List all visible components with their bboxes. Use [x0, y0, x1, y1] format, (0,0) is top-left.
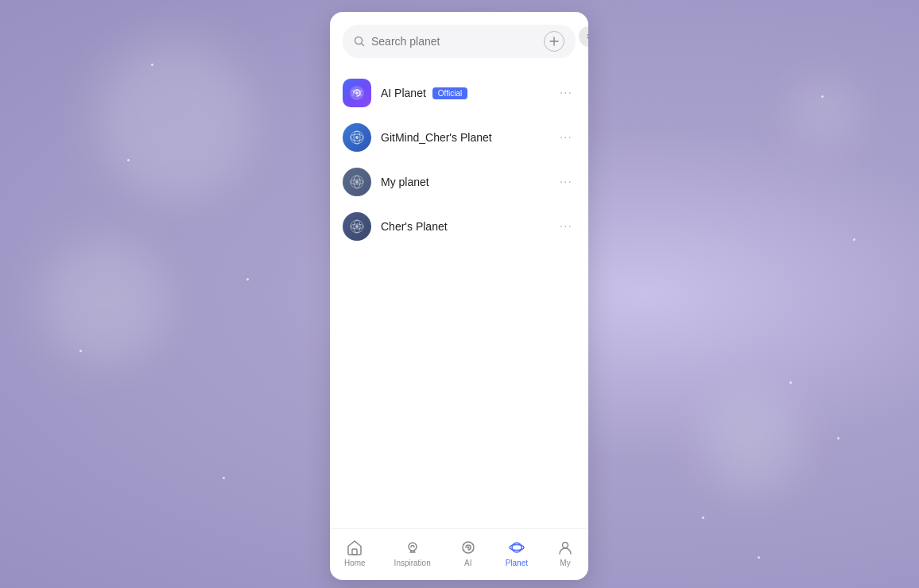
star: [821, 95, 824, 98]
nav-item-home[interactable]: Home: [335, 536, 375, 571]
search-icon: [354, 36, 365, 47]
bg-blob-2: [40, 238, 167, 366]
bg-blob-1: [95, 40, 254, 199]
nav-item-planet[interactable]: Planet: [496, 536, 537, 571]
svg-point-21: [467, 547, 469, 549]
nav-label-inspiration: Inspiration: [394, 559, 431, 567]
nav-label-home: Home: [344, 559, 366, 567]
planet-info-chers: Cher's Planet: [381, 220, 547, 233]
star: [246, 278, 249, 280]
more-options-chers[interactable]: ···: [556, 216, 576, 237]
avatar-my-planet: [343, 168, 371, 196]
planet-info-ai: AI Planet Official: [381, 87, 547, 99]
star: [127, 159, 130, 161]
panel-header: [330, 12, 588, 68]
star: [789, 381, 792, 384]
nav-item-my[interactable]: My: [547, 536, 584, 571]
planet-info-myplanet: My planet: [381, 176, 547, 188]
add-planet-button[interactable]: [544, 31, 564, 52]
planet-item-chers[interactable]: Cher's Planet ···: [330, 204, 588, 249]
star: [837, 437, 840, 439]
planet-name-ai: AI Planet: [381, 87, 426, 99]
star: [853, 238, 855, 241]
star: [151, 64, 153, 66]
svg-point-13: [355, 180, 359, 184]
star: [79, 350, 82, 352]
inspiration-icon: [404, 539, 421, 556]
bottom-nav: Home Inspiration: [330, 528, 588, 580]
home-icon: [346, 539, 363, 556]
svg-point-24: [562, 543, 568, 548]
nav-item-ai[interactable]: AI: [450, 536, 487, 571]
planet-list: AI Planet Official ··· GitMind_Cher's Pl…: [330, 68, 588, 528]
planet-panel: × ▶: [330, 12, 588, 580]
star: [223, 477, 225, 479]
star: [702, 516, 704, 519]
svg-point-9: [355, 136, 359, 139]
more-options-gitmind[interactable]: ···: [556, 127, 576, 148]
svg-point-17: [355, 225, 359, 228]
svg-point-5: [355, 91, 359, 95]
nav-label-ai: AI: [464, 559, 471, 567]
planet-item-ai[interactable]: AI Planet Official ···: [330, 71, 588, 115]
avatar-gitmind-planet: [343, 123, 371, 152]
bg-blob-4: [792, 79, 855, 143]
ai-icon: [460, 539, 477, 556]
my-icon: [556, 539, 574, 556]
more-options-ai[interactable]: ···: [556, 83, 576, 103]
planet-item-myplanet[interactable]: My planet ···: [330, 160, 588, 204]
svg-rect-18: [352, 549, 357, 555]
avatar-chers-planet: [343, 212, 371, 241]
planet-item-gitmind[interactable]: GitMind_Cher's Planet ···: [330, 115, 588, 160]
nav-item-inspiration[interactable]: Inspiration: [385, 536, 440, 571]
svg-point-19: [409, 543, 417, 551]
star: [758, 556, 760, 559]
nav-label-planet: Planet: [506, 559, 528, 567]
search-bar: [343, 25, 576, 58]
nav-label-my: My: [560, 559, 570, 567]
planet-name-gitmind: GitMind_Cher's Planet: [381, 131, 492, 144]
search-input[interactable]: [371, 35, 534, 48]
bg-blob-3: [704, 397, 800, 493]
svg-line-1: [362, 44, 364, 46]
planet-info-gitmind: GitMind_Cher's Planet: [381, 131, 547, 144]
more-options-myplanet[interactable]: ···: [556, 172, 576, 192]
planet-name-chers: Cher's Planet: [381, 220, 448, 233]
avatar-ai-planet: [343, 79, 371, 107]
official-badge: Official: [432, 87, 467, 99]
planet-icon: [508, 539, 525, 556]
planet-name-myplanet: My planet: [381, 176, 429, 188]
